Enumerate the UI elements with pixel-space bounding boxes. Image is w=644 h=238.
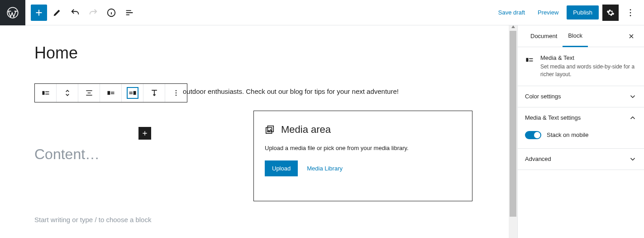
block-toolbar <box>34 83 187 102</box>
media-title: Media area <box>281 124 331 136</box>
svg-rect-21 <box>529 61 533 62</box>
sidebar-tabs: Document Block <box>518 25 644 47</box>
svg-rect-6 <box>45 92 49 92</box>
panel-color-settings[interactable]: Color settings <box>518 86 644 107</box>
media-description: Upload a media file or pick one from you… <box>265 145 461 151</box>
svg-point-14 <box>176 90 177 92</box>
panel-advanced[interactable]: Advanced <box>518 149 644 170</box>
align-button[interactable] <box>78 84 100 102</box>
chevron-down-icon <box>629 92 637 101</box>
chevron-down-icon <box>629 155 637 163</box>
publish-button[interactable]: Publish <box>567 5 599 19</box>
svg-point-4 <box>630 15 631 16</box>
media-header: Media area <box>265 124 461 136</box>
svg-rect-13 <box>129 93 133 94</box>
paragraph-text[interactable]: outdoor enthusiasts. Check out our blog … <box>183 87 399 95</box>
panel-advanced-title: Advanced <box>525 155 551 162</box>
media-right-button[interactable] <box>122 84 143 102</box>
tab-document[interactable]: Document <box>525 25 563 47</box>
edit-mode-button[interactable] <box>49 5 65 21</box>
svg-rect-7 <box>45 94 49 95</box>
panel-color-title: Color settings <box>525 93 561 100</box>
svg-point-15 <box>176 92 177 94</box>
media-library-link[interactable]: Media Library <box>307 165 343 172</box>
block-name: Media & Text <box>540 54 637 61</box>
info-button[interactable] <box>103 5 119 21</box>
more-menu-button[interactable] <box>622 5 639 21</box>
media-placeholder: Media area Upload a media file or pick o… <box>253 111 472 201</box>
close-sidebar-button[interactable] <box>626 31 637 42</box>
stack-on-mobile-label: Stack on mobile <box>547 131 589 138</box>
svg-rect-19 <box>526 58 529 62</box>
svg-rect-9 <box>111 92 114 93</box>
tab-block[interactable]: Block <box>563 25 588 47</box>
svg-rect-5 <box>42 91 44 95</box>
block-type-button[interactable] <box>35 84 57 102</box>
wordpress-logo[interactable] <box>0 0 25 25</box>
toolbar-right: Save draft Preview Publish <box>494 5 644 21</box>
settings-button[interactable] <box>602 5 619 21</box>
page-title[interactable]: Home <box>34 44 483 63</box>
add-block-button[interactable] <box>31 5 47 21</box>
scrollbar-thumb[interactable] <box>510 31 516 217</box>
svg-rect-11 <box>133 91 136 95</box>
svg-point-2 <box>630 9 631 10</box>
toolbar-left <box>25 5 138 21</box>
save-draft-button[interactable]: Save draft <box>494 6 530 19</box>
empty-block-hint[interactable]: Start writing or type / to choose a bloc… <box>34 216 151 223</box>
top-toolbar: Save draft Preview Publish <box>0 0 644 25</box>
media-left-button[interactable] <box>100 84 122 102</box>
move-handle[interactable] <box>57 84 78 102</box>
stack-on-mobile-toggle[interactable] <box>525 131 541 139</box>
media-text-icon <box>525 55 534 64</box>
undo-button[interactable] <box>67 5 83 21</box>
panel-media-text-body: Stack on mobile <box>518 128 644 149</box>
redo-button[interactable] <box>85 5 101 21</box>
block-info: Media & Text Set media and words side-by… <box>518 47 644 86</box>
svg-rect-10 <box>111 93 114 94</box>
panel-mt-title: Media & Text settings <box>525 114 581 121</box>
content-placeholder[interactable]: Content… <box>34 146 100 163</box>
media-icon <box>265 125 275 135</box>
svg-point-16 <box>176 95 177 96</box>
scrollbar[interactable] <box>509 25 517 238</box>
stack-on-mobile-row: Stack on mobile <box>525 128 637 142</box>
svg-rect-12 <box>129 92 133 93</box>
preview-button[interactable]: Preview <box>533 6 563 19</box>
outline-button[interactable] <box>121 5 138 21</box>
media-actions: Upload Media Library <box>265 160 461 176</box>
upload-button[interactable]: Upload <box>265 160 298 176</box>
block-description: Set media and words side-by-side for a r… <box>540 63 637 78</box>
svg-rect-20 <box>529 58 533 59</box>
vertical-align-button[interactable] <box>143 84 165 102</box>
panel-media-text-settings[interactable]: Media & Text settings <box>518 107 644 128</box>
inline-add-block-button[interactable] <box>138 127 151 140</box>
svg-point-3 <box>630 12 631 13</box>
settings-sidebar: Document Block Media & Text Set media an… <box>517 25 644 238</box>
chevron-up-icon <box>629 114 637 122</box>
svg-rect-8 <box>107 91 110 95</box>
